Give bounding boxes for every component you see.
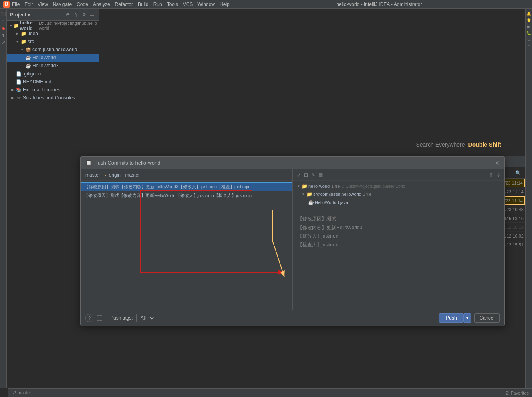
menu-refactor[interactable]: Refactor — [115, 2, 133, 7]
group-icon[interactable]: ⊞ — [303, 171, 309, 179]
dialog-commits: 【修改原因】测试【修改内容】更新HelloWorld3【修改人】justinqi… — [81, 181, 292, 310]
dialog-tree-child[interactable]: ▾ 📁 src\com\justin\helloworld 1 file — [293, 190, 504, 198]
search-hint-text: Search Everywhere — [416, 141, 465, 148]
tree-label-idea: .idea — [28, 31, 38, 36]
menu-analyze[interactable]: Analyze — [93, 2, 110, 7]
menu-navigate[interactable]: Navigate — [53, 2, 72, 7]
panel-header: Project ▾ ⊕ ⤵ ⚙ — — [7, 9, 99, 21]
help-button[interactable]: ? — [85, 314, 93, 322]
expand-all-icon[interactable]: ⤢ — [296, 171, 302, 179]
commit-icon[interactable]: ⬆ — [0, 32, 6, 38]
panel-icons: ⊕ ⤵ ⚙ — — [65, 12, 95, 18]
push-button[interactable]: Push — [439, 313, 463, 323]
debug-icon[interactable]: 🐛 — [526, 30, 532, 36]
tree-item-src[interactable]: ▾ 📁 src — [7, 38, 99, 46]
java-file-icon: ☕ — [25, 54, 32, 61]
push-tags-checkbox[interactable] — [97, 315, 102, 321]
search-commits-icon[interactable]: 🔍 — [514, 169, 522, 177]
dialog-right: ⤢ ⊞ ✎ ▤ ⇑ ⇓ ▾ 📁 hello-world 1 file D:\Ju… — [293, 169, 504, 310]
sync-icon[interactable]: ⊕ — [65, 12, 71, 18]
run-icon[interactable]: ▶ — [526, 23, 532, 30]
tree-label-hw3: HelloWorld3 — [32, 63, 58, 69]
dialog-root-folder-icon: 📁 — [302, 183, 308, 189]
menu-tools[interactable]: Tools — [167, 2, 178, 7]
cancel-button[interactable]: Cancel — [474, 313, 500, 323]
editor-area: Search Everywhere Double Shift — [99, 9, 525, 156]
package-icon: 📦 — [25, 46, 32, 53]
tree-item-helloworld[interactable]: ☕ HelloWorld — [7, 54, 99, 62]
menu-edit[interactable]: Edit — [24, 2, 33, 7]
settings-icon[interactable]: ⚙ — [81, 12, 87, 18]
menu-help[interactable]: Help — [220, 2, 230, 7]
dialog-title-icon: 🔲 — [85, 160, 92, 166]
project-icon[interactable]: ⬛ — [0, 10, 6, 17]
titlebar-menu[interactable]: File Edit View Navigate Code Analyze Ref… — [12, 2, 230, 7]
search-hint-shortcut: Double Shift — [468, 141, 501, 148]
dialog-child-label: src\com\justin\helloworld — [313, 192, 361, 197]
dialog-root-count: 1 file — [331, 184, 340, 189]
dialog-tree-root[interactable]: ▾ 📁 hello-world 1 file D:\Justin\Project… — [293, 182, 504, 190]
tree-item-gitignore[interactable]: 📄 .gitignore — [7, 70, 99, 78]
menu-view[interactable]: View — [38, 2, 48, 7]
sort-desc-icon[interactable]: ⇓ — [496, 171, 501, 179]
push-dropdown-btn[interactable]: ▾ — [464, 313, 471, 323]
menu-file[interactable]: File — [12, 2, 20, 7]
tree-item-scratches[interactable]: ▶ ✏ Scratches and Consoles — [7, 94, 99, 102]
tree-item-idea[interactable]: ▶ 📁 .idea — [7, 30, 99, 38]
vcs-icon[interactable]: ⎇ — [0, 39, 6, 46]
status-bar: ⎇ master 2: Favorites — [8, 388, 532, 397]
remote-branch-name: master — [125, 172, 140, 178]
detail-line4: 【检查人】justinqin — [298, 241, 500, 250]
dialog-footer: ? Push tags: All Push ▾ Cancel — [81, 310, 504, 326]
folder-icon: 📁 — [14, 22, 19, 29]
src-folder-icon: 📁 — [20, 38, 27, 45]
dialog-child-folder-icon: 📁 — [306, 191, 312, 197]
menu-vcs[interactable]: VCS — [183, 2, 193, 7]
dialog-commit-row-1[interactable]: 【修改原因】测试【修改内容】更新HelloWorld3【修改人】justinqi… — [81, 182, 292, 191]
view-icon[interactable]: ▤ — [318, 171, 324, 179]
dialog-body: master → origin : master 【修改原因】测试【修改内容】更… — [81, 169, 504, 310]
tree-item-package[interactable]: ▾ 📦 com.justin.helloworld — [7, 46, 99, 54]
dialog-child-arrow: ▾ — [301, 192, 306, 197]
hide-panel-icon[interactable]: — — [89, 12, 95, 18]
tree-item-hello-world[interactable]: ▾ 📁 hello-world D:\Justin\Projects\githu… — [7, 22, 99, 30]
dialog-root-label: hello-world — [308, 184, 330, 189]
dialog-branch-bar: master → origin : master — [81, 169, 292, 181]
tree-item-helloworld3[interactable]: ☕ HelloWorld3 — [7, 62, 99, 70]
tree-arrow-pkg: ▾ — [20, 47, 24, 52]
push-tags-select[interactable]: All — [136, 314, 155, 322]
left-sidebar: ⬛ ≡ 🔖 ⬆ ⎇ — [0, 9, 7, 388]
favorites-icon[interactable]: ⭐ — [526, 17, 532, 23]
menu-window[interactable]: Window — [197, 2, 215, 7]
tree-item-readme[interactable]: 📄 README.md — [7, 78, 99, 86]
structure-icon[interactable]: ≡ — [0, 18, 6, 24]
problems-icon[interactable]: ⚠ — [526, 42, 532, 49]
tree-item-ext-libs[interactable]: ▶ 📚 External Libraries — [7, 86, 99, 94]
app-icon: IJ — [3, 1, 10, 8]
dialog-tree-file[interactable]: ☕ HelloWorld3.java — [293, 198, 504, 206]
right-sidebar: 🔔 ⭐ ▶ 🐛 ☑ ⚠ — [525, 9, 532, 388]
detail-line1: 【修改原因】测试 — [298, 215, 500, 224]
todo-icon[interactable]: ☑ — [526, 36, 532, 42]
dialog-commit-row-2[interactable]: 【修改原因】测试【修改内容】更新HelloWorld【修改人】justinqin… — [81, 191, 292, 200]
push-dialog: 🔲 Push Commits to hello-world ✕ master →… — [80, 156, 505, 326]
colon: : — [122, 172, 123, 178]
scratch-icon: ✏ — [16, 95, 22, 101]
idea-folder-icon: 📁 — [20, 30, 27, 37]
tree-label-scratches: Scratches and Consoles — [23, 95, 75, 101]
notifications-icon[interactable]: 🔔 — [526, 10, 532, 17]
dialog-commit-msg-1: 【修改原因】测试【修改内容】更新HelloWorld3【修改人】justinqi… — [84, 184, 289, 190]
dialog-close-btn[interactable]: ✕ — [495, 160, 500, 166]
menu-build[interactable]: Build — [138, 2, 149, 7]
menu-code[interactable]: Code — [77, 2, 88, 7]
diff-icon[interactable]: ✎ — [310, 171, 316, 179]
push-tags-label: Push tags: — [110, 315, 133, 321]
menu-run[interactable]: Run — [153, 2, 162, 7]
dialog-left: master → origin : master 【修改原因】测试【修改内容】更… — [81, 169, 293, 310]
tree-label-readme: README.md — [23, 79, 51, 85]
bookmarks-icon[interactable]: 🔖 — [0, 25, 6, 31]
push-button-group: Push ▾ — [439, 313, 471, 323]
collapse-all-icon[interactable]: ⤵ — [73, 12, 79, 18]
sort-asc-icon[interactable]: ⇑ — [488, 171, 494, 179]
window-title: hello-world - IntelliJ IDEA - Administra… — [230, 2, 529, 7]
